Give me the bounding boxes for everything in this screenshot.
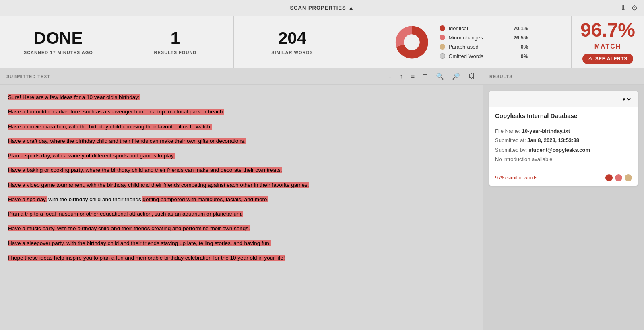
status-value: DONE: [34, 30, 83, 47]
words-block: 204 SIMILAR WORDS: [234, 16, 351, 68]
filter-icon[interactable]: ☰: [629, 72, 638, 81]
left-panel: Sure! Here are a few ideas for a 10 year…: [0, 85, 483, 330]
submitted-text-area[interactable]: Sure! Here are a few ideas for a 10 year…: [0, 85, 483, 330]
highlighted-text: Have a music party, with the birthday ch…: [8, 225, 250, 231]
words-value: 204: [278, 30, 306, 47]
text-paragraph-3: Have a movie marathon, with the birthday…: [8, 122, 475, 131]
settings-icon[interactable]: ⚙: [631, 4, 638, 12]
left-toolbar: SUBMITTED TEXT ↓ ↑ ≡ ≣ 🔍 🔎 🖼: [0, 68, 483, 85]
file-name-value: 10-year-birthday.txt: [522, 128, 570, 134]
result-card[interactable]: ☰ ▾ Copyleaks Internal Database File Nam…: [489, 91, 638, 186]
legend-identical: Identical 70.1%: [440, 25, 528, 31]
status-label: SCANNED 17 MINUTES AGO: [24, 50, 93, 55]
result-dropdown[interactable]: ▾: [621, 96, 632, 103]
content-panels: Sure! Here are a few ideas for a 10 year…: [0, 85, 644, 330]
zoom-icon[interactable]: 🔎: [450, 72, 462, 81]
results-block: 1 RESULTS FOUND: [117, 16, 234, 68]
highlighted-text: Have a video game tournament, with the b…: [8, 182, 309, 188]
result-card-header: ☰ ▾: [489, 91, 638, 107]
match-label: MATCH: [594, 43, 621, 50]
stats-panel: DONE SCANNED 17 MINUTES AGO 1 RESULTS FO…: [0, 16, 644, 68]
topbar-label: SCAN PROPERTIES: [290, 5, 346, 11]
paraphrased-dot: [440, 44, 445, 50]
topbar-actions: ⬇ ⚙: [620, 4, 638, 12]
svg-point-0: [404, 34, 420, 50]
pie-chart: [394, 24, 430, 60]
submitted-text-label: SUBMITTED TEXT: [6, 74, 382, 79]
omitted-label: Omitted Words: [448, 53, 509, 59]
paraphrased-label: Paraphrased: [448, 44, 509, 50]
alerts-btn-label: SEE ALERTS: [595, 56, 627, 62]
text-paragraph-7: Have a video game tournament, with the b…: [8, 181, 475, 190]
color-dots: [605, 174, 632, 182]
text-paragraph-8: Have a spa day, with the birthday child …: [8, 195, 475, 204]
identical-dot: [440, 25, 445, 31]
results-label: RESULTS: [489, 74, 629, 79]
legend-minor: Minor changes 26.5%: [440, 35, 528, 41]
submitted-by-row: Submitted by: student@copyleaks.com: [495, 145, 632, 155]
submitted-at-label: Submitted at:: [495, 137, 526, 143]
result-card-body: File Name: 10-year-birthday.txt Submitte…: [489, 121, 638, 170]
highlighted-text: Have a spa day,: [8, 196, 47, 202]
results-label: RESULTS FOUND: [154, 50, 197, 55]
legend: Identical 70.1% Minor changes 26.5% Para…: [440, 25, 528, 59]
legend-omitted: Omitted Words 0%: [440, 53, 528, 59]
identical-pct: 70.1%: [512, 25, 528, 31]
minor-dot: [440, 35, 445, 40]
highlighted-text: Have a sleepover party, with the birthda…: [8, 240, 271, 246]
scan-properties-title: SCAN PROPERTIES ▲: [290, 5, 354, 11]
see-alerts-button[interactable]: ⚠ SEE ALERTS: [582, 54, 633, 64]
submitted-by-value: student@copyleaks.com: [528, 147, 590, 153]
alert-icon: ⚠: [588, 56, 593, 62]
legend-paraphrased: Paraphrased 0%: [440, 44, 528, 50]
minor-pct: 26.5%: [512, 35, 528, 41]
text-paragraph-5: Plan a sports day, with a variety of dif…: [8, 151, 475, 160]
scroll-up-icon[interactable]: ↑: [398, 72, 405, 81]
omitted-dot: [440, 53, 445, 59]
text-paragraph-11: Have a sleepover party, with the birthda…: [8, 239, 475, 248]
intro-row: No introduction available.: [495, 155, 632, 164]
match-block: 96.7% MATCH ⚠ SEE ALERTS: [572, 16, 644, 68]
highlighted-text: Have a movie marathon, with the birthday…: [8, 124, 212, 130]
highlighted-text: Have a baking or cooking party, where th…: [8, 167, 282, 173]
right-toolbar: RESULTS ☰: [483, 68, 644, 85]
paraphrased-pct: 0%: [512, 44, 528, 50]
right-panel: ☰ ▾ Copyleaks Internal Database File Nam…: [483, 85, 644, 330]
scroll-down-icon[interactable]: ↓: [387, 72, 393, 81]
text-paragraph-9: Plan a trip to a local museum or other e…: [8, 210, 475, 219]
omitted-pct: 0%: [512, 53, 528, 59]
toolbars-row: SUBMITTED TEXT ↓ ↑ ≡ ≣ 🔍 🔎 🖼 RESULTS ☰: [0, 68, 644, 85]
highlighted-text: Plan a trip to a local museum or other e…: [8, 211, 243, 217]
text-paragraph-1: Sure! Here are a few ideas for a 10 year…: [8, 93, 475, 102]
submitted-at-value: Jan 8, 2023, 13:53:38: [527, 137, 579, 143]
search-icon[interactable]: 🔍: [434, 72, 446, 81]
download-icon[interactable]: ⬇: [620, 4, 626, 12]
highlighted-text: Sure! Here are a few ideas for a 10 year…: [8, 94, 140, 100]
highlighted-text: getting pampered with manicures, facials…: [142, 196, 268, 202]
submitted-by-label: Submitted by:: [495, 147, 527, 153]
align-justify-icon[interactable]: ≣: [421, 72, 429, 81]
dot-minor: [615, 174, 622, 182]
chevron-icon[interactable]: ▲: [349, 5, 354, 11]
intro-text: No introduction available.: [495, 156, 554, 162]
text-paragraph-12: I hope these ideas help inspire you to p…: [8, 254, 475, 262]
minor-label: Minor changes: [448, 35, 509, 41]
image-icon[interactable]: 🖼: [466, 72, 476, 81]
align-left-icon[interactable]: ≡: [409, 72, 416, 81]
dot-paraphrased: [625, 174, 632, 182]
identical-label: Identical: [448, 25, 509, 31]
result-card-footer: 97% similar words: [489, 170, 638, 186]
top-bar: SCAN PROPERTIES ▲ ⬇ ⚙: [0, 0, 644, 16]
list-icon: ☰: [495, 95, 501, 103]
submitted-at-row: Submitted at: Jan 8, 2023, 13:53:38: [495, 136, 632, 145]
text-paragraph-2: Have a fun outdoor adventure, such as a …: [8, 107, 475, 116]
text-paragraph-6: Have a baking or cooking party, where th…: [8, 166, 475, 175]
text-paragraph-4: Have a craft day, where the birthday chi…: [8, 137, 475, 146]
similar-words-pct: 97% similar words: [495, 175, 537, 181]
file-name-label: File Name:: [495, 128, 520, 134]
dot-identical: [605, 174, 613, 182]
highlighted-text: I hope these ideas help inspire you to p…: [8, 255, 285, 261]
highlighted-text: Have a craft day, where the birthday chi…: [8, 138, 246, 144]
file-name-row: File Name: 10-year-birthday.txt: [495, 126, 632, 136]
highlighted-text: Plan a sports day, with a variety of dif…: [8, 153, 175, 159]
